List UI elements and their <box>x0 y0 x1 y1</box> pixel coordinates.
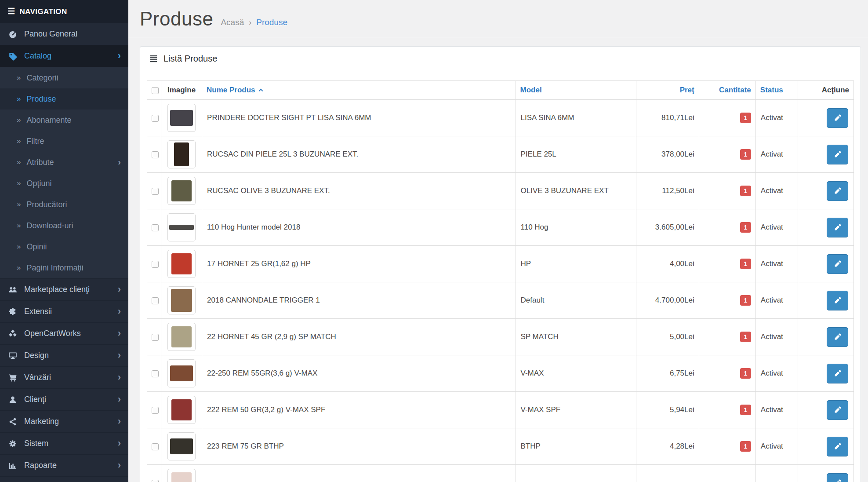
edit-button[interactable] <box>827 145 848 164</box>
product-name: PRINDERE DOCTER SIGHT PT LISA SINA 6MM <box>202 100 516 136</box>
sidebar-item-clienti[interactable]: Clienţi › <box>0 389 128 411</box>
edit-button[interactable] <box>827 473 848 482</box>
status-label: Activat <box>755 100 798 136</box>
sidebar-subitem[interactable]: » Categorii <box>0 67 128 88</box>
sidebar-item-marketing[interactable]: Marketing › <box>0 411 128 433</box>
product-image <box>170 438 193 454</box>
table-row: 22 HORNET 45 GR (2,9 g) SP MATCH SP MATC… <box>147 319 854 355</box>
column-nume-produs[interactable]: Nume Produs <box>202 81 516 100</box>
sidebar-item-design[interactable]: Design › <box>0 345 128 367</box>
quantity-badge: 1 <box>740 186 751 196</box>
sidebar-subitem-label: Abonamente <box>26 116 71 125</box>
puzzle-icon <box>7 307 18 316</box>
sidebar-item-catalog[interactable]: Catalog › <box>0 45 128 67</box>
status-label: Activat <box>755 319 798 355</box>
product-thumbnail <box>167 104 196 132</box>
sidebar-header-label: NAVIGATION <box>19 7 67 16</box>
quantity-badge: 1 <box>740 405 751 415</box>
product-image <box>171 289 192 312</box>
sidebar-subitem[interactable]: » Opţiuni <box>0 173 128 194</box>
table-row: PRINDERE DOCTER SIGHT PT LISA SINA 6MM L… <box>147 100 854 136</box>
product-model: Default <box>516 282 636 319</box>
bar-chart-icon <box>7 461 18 470</box>
hamburger-icon: ☰ <box>7 7 15 15</box>
row-checkbox[interactable] <box>152 370 159 377</box>
column-pret[interactable]: Preţ <box>636 81 699 100</box>
tag-icon <box>7 52 18 61</box>
pencil-icon <box>833 259 842 268</box>
breadcrumb-produse-link[interactable]: Produse <box>256 18 287 27</box>
sidebar-subitem[interactable]: » Producători <box>0 194 128 215</box>
sidebar-subitem[interactable]: » Download-uri <box>0 215 128 236</box>
product-model: LISA SINA 6MM <box>516 100 636 136</box>
table-row: RUCSAC OLIVE 3 BUZUNARE EXT. OLIVE 3 BUZ… <box>147 173 854 209</box>
quantity-badge: 1 <box>740 113 751 123</box>
sidebar-subitem[interactable]: » Atribute › <box>0 152 128 173</box>
edit-button[interactable] <box>827 181 848 201</box>
sidebar-subitem[interactable]: » Filtre <box>0 131 128 152</box>
sidebar-subitem-label: Produse <box>26 95 56 104</box>
product-name <box>202 465 516 482</box>
edit-button[interactable] <box>827 400 848 420</box>
row-checkbox[interactable] <box>152 151 159 158</box>
row-checkbox[interactable] <box>152 480 159 482</box>
product-price: 4,28Lei <box>636 428 699 465</box>
edit-button[interactable] <box>827 254 848 274</box>
sidebar-item-label: Sistem <box>24 439 48 448</box>
sidebar-subitem[interactable]: » Produse <box>0 88 128 110</box>
select-all-checkbox[interactable] <box>152 87 159 94</box>
status-label: Activat <box>755 209 798 246</box>
sidebar-item-vanzari[interactable]: Vânzări › <box>0 367 128 389</box>
double-angle-icon: » <box>17 263 21 272</box>
sidebar-subitem[interactable]: » Abonamente <box>0 110 128 131</box>
product-thumbnail <box>167 213 196 241</box>
edit-button[interactable] <box>827 108 848 128</box>
status-label <box>755 465 798 482</box>
sidebar-subitem[interactable]: » Opinii <box>0 236 128 257</box>
edit-button[interactable] <box>827 364 848 383</box>
product-price: 6,75Lei <box>636 355 699 392</box>
double-angle-icon: » <box>17 200 21 209</box>
chevron-right-icon: › <box>118 157 121 166</box>
row-checkbox[interactable] <box>152 261 159 268</box>
list-icon <box>149 55 158 63</box>
edit-button[interactable] <box>827 291 848 310</box>
product-name: 22-250 REM 55GR(3,6 g) V-MAX <box>202 355 516 392</box>
sidebar-item-rapoarte[interactable]: Rapoarte › <box>0 455 128 477</box>
column-cantitate[interactable]: Cantitate <box>699 81 755 100</box>
product-price: 4,00Lei <box>636 246 699 282</box>
product-name: 22 HORNET 45 GR (2,9 g) SP MATCH <box>202 319 516 355</box>
double-angle-icon: » <box>17 179 21 188</box>
sidebar-item-extensii[interactable]: Extensii › <box>0 301 128 323</box>
edit-button[interactable] <box>827 437 848 456</box>
sidebar-subitem-label: Opinii <box>26 242 47 252</box>
column-model[interactable]: Model <box>516 81 636 100</box>
row-checkbox[interactable] <box>152 334 159 341</box>
sidebar-item-sistem[interactable]: Sistem › <box>0 433 128 455</box>
row-checkbox[interactable] <box>152 115 159 122</box>
users-icon <box>7 285 18 294</box>
row-checkbox[interactable] <box>152 224 159 231</box>
edit-button[interactable] <box>827 218 848 237</box>
sidebar-subitem[interactable]: » Pagini Informaţii <box>0 257 128 278</box>
column-status[interactable]: Status <box>755 81 798 100</box>
sidebar-item-marketplace-clienti[interactable]: Marketplace clienţi › <box>0 279 128 301</box>
product-name: 110 Hog Hunter model 2018 <box>202 209 516 246</box>
sidebar-item-label: Marketing <box>24 417 59 426</box>
sidebar-header: ☰ NAVIGATION <box>0 0 128 23</box>
row-checkbox[interactable] <box>152 407 159 414</box>
sidebar-item-opencartworks[interactable]: OpenCartWorks › <box>0 323 128 345</box>
chevron-right-icon: › <box>118 372 121 382</box>
product-thumbnail <box>167 250 196 278</box>
row-checkbox[interactable] <box>152 188 159 195</box>
product-thumbnail <box>167 432 196 460</box>
edit-button[interactable] <box>827 327 848 347</box>
sidebar: ☰ NAVIGATION Panou General Catalog › » C… <box>0 0 128 482</box>
sidebar-subitem-label: Categorii <box>26 73 58 83</box>
row-checkbox[interactable] <box>152 297 159 304</box>
sidebar-item-label: Rapoarte <box>24 461 57 470</box>
product-image <box>171 180 192 201</box>
row-checkbox[interactable] <box>152 443 159 450</box>
sidebar-item-panou-general[interactable]: Panou General <box>0 23 128 45</box>
panel-heading: Listă Produse <box>140 47 861 71</box>
